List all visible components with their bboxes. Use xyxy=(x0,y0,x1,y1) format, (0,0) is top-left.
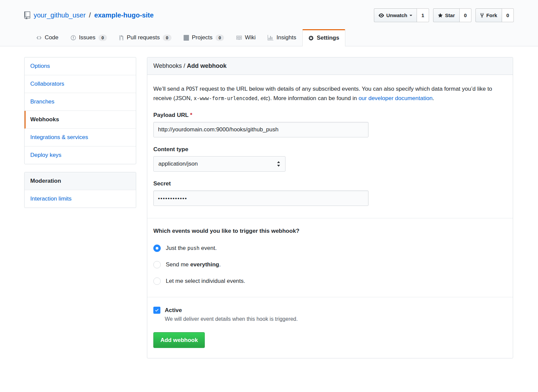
radio-checked-icon[interactable] xyxy=(153,245,161,252)
unwatch-label: Unwatch xyxy=(386,12,408,18)
star-label: Star xyxy=(445,12,455,18)
post-code: POST xyxy=(186,86,198,92)
star-button-group: Star 0 xyxy=(433,8,472,22)
tab-insights[interactable]: Insights xyxy=(262,29,302,46)
gear-icon xyxy=(308,35,314,41)
fork-count[interactable]: 0 xyxy=(502,8,514,22)
sidebar-item-interaction-limits[interactable]: Interaction limits xyxy=(25,190,136,208)
active-label[interactable]: Active xyxy=(165,307,182,314)
fork-button[interactable]: Fork xyxy=(475,8,502,22)
active-setting: Active We will deliver event details whe… xyxy=(153,307,507,322)
section-divider xyxy=(147,218,513,218)
push-code: push xyxy=(187,245,199,251)
eye-icon xyxy=(379,13,384,18)
event-option-label: Let me select individual events. xyxy=(166,278,245,285)
breadcrumb-separator: / xyxy=(184,62,185,69)
code-icon xyxy=(36,35,42,41)
breadcrumb: Webhooks / Add webhook xyxy=(147,57,513,75)
tab-issues[interactable]: Issues 0 xyxy=(65,29,113,46)
sidebar-item-integrations[interactable]: Integrations & services xyxy=(25,129,136,146)
breadcrumb-current: Add webhook xyxy=(187,62,227,69)
section-divider xyxy=(147,297,513,297)
developer-docs-link[interactable]: our developer documentation xyxy=(358,95,432,101)
caret-down-icon xyxy=(410,15,412,17)
webhook-description: We’ll send a POST request to the URL bel… xyxy=(153,84,507,103)
payload-url-input[interactable] xyxy=(153,122,369,137)
add-webhook-button[interactable]: Add webhook xyxy=(153,332,205,348)
wiki-icon xyxy=(236,35,242,41)
tab-counter: 0 xyxy=(216,35,224,41)
pull-request-icon xyxy=(119,35,124,41)
repo-actions: Unwatch 1 Star 0 Fork 0 xyxy=(374,8,514,22)
repo-icon xyxy=(24,11,30,19)
fork-icon xyxy=(480,13,484,18)
sidebar-item-branches[interactable]: Branches xyxy=(25,93,136,111)
event-option-label: Send me everything. xyxy=(166,261,221,268)
tab-label: Code xyxy=(45,34,59,41)
secret-input[interactable] xyxy=(153,190,369,206)
required-asterisk: * xyxy=(190,112,192,118)
page-header: your_github_user / example-hugo-site Unw… xyxy=(0,0,538,46)
content-type-value: application/json xyxy=(158,161,198,167)
repo-owner-link[interactable]: your_github_user xyxy=(34,11,86,19)
tab-pull-requests[interactable]: Pull requests 0 xyxy=(113,29,178,46)
event-option-individual[interactable]: Let me select individual events. xyxy=(153,277,507,285)
event-option-everything[interactable]: Send me everything. xyxy=(153,261,507,268)
tab-label: Insights xyxy=(276,34,296,41)
repo-nav: Code Issues 0 Pull requests 0 Projects 0… xyxy=(0,29,538,46)
content-type-label: Content type xyxy=(153,146,507,153)
checkbox-checked-icon[interactable] xyxy=(153,307,160,314)
moderation-header: Moderation xyxy=(25,172,136,190)
radio-unchecked-icon[interactable] xyxy=(153,261,161,268)
tab-settings[interactable]: Settings xyxy=(302,29,345,46)
select-caret-icon xyxy=(277,161,280,167)
star-count[interactable]: 0 xyxy=(460,8,471,22)
secret-label: Secret xyxy=(153,180,507,187)
watch-button-group: Unwatch 1 xyxy=(374,8,429,22)
insights-icon xyxy=(268,35,273,41)
events-question: Which events would you like to trigger t… xyxy=(153,228,507,234)
watch-count[interactable]: 1 xyxy=(417,8,429,22)
issue-icon xyxy=(71,35,76,41)
projects-icon xyxy=(184,35,189,41)
unwatch-button[interactable]: Unwatch xyxy=(374,8,417,22)
tab-label: Issues xyxy=(79,34,95,41)
sidebar-item-webhooks[interactable]: Webhooks xyxy=(25,111,136,129)
tab-projects[interactable]: Projects 0 xyxy=(178,29,230,46)
payload-url-label: Payload URL * xyxy=(153,112,507,119)
star-icon xyxy=(438,13,443,18)
breadcrumb-parent: Webhooks xyxy=(153,62,182,69)
tab-label: Wiki xyxy=(245,34,256,41)
sidebar-item-deploy-keys[interactable]: Deploy keys xyxy=(25,146,136,164)
webhook-form-box: Webhooks / Add webhook We’ll send a POST… xyxy=(147,57,513,358)
tab-label: Projects xyxy=(192,34,213,41)
tab-label: Settings xyxy=(317,35,339,41)
urlencoded-code: x-www-form-urlencoded xyxy=(194,95,258,101)
radio-unchecked-icon[interactable] xyxy=(153,277,161,285)
tab-counter: 0 xyxy=(99,35,107,41)
moderation-menu: Moderation Interaction limits xyxy=(24,172,136,208)
webhook-form: We’ll send a POST request to the URL bel… xyxy=(147,75,513,358)
repo-title: your_github_user / example-hugo-site xyxy=(24,11,154,19)
fork-label: Fork xyxy=(486,12,497,18)
tab-counter: 0 xyxy=(163,35,171,41)
event-option-label: Just the push event. xyxy=(166,245,217,252)
content-type-select[interactable]: application/json xyxy=(153,156,285,172)
fork-button-group: Fork 0 xyxy=(475,8,514,22)
tab-label: Pull requests xyxy=(127,34,160,41)
settings-sidebar: Options Collaborators Branches Webhooks … xyxy=(24,57,136,208)
repo-name-link[interactable]: example-hugo-site xyxy=(94,11,154,19)
sidebar-item-options[interactable]: Options xyxy=(25,57,136,75)
star-button[interactable]: Star xyxy=(433,8,460,22)
sidebar-item-collaborators[interactable]: Collaborators xyxy=(25,75,136,93)
event-option-just-push[interactable]: Just the push event. xyxy=(153,245,507,252)
settings-content: Options Collaborators Branches Webhooks … xyxy=(0,46,538,372)
repo-separator: / xyxy=(89,11,91,19)
tab-wiki[interactable]: Wiki xyxy=(230,29,262,46)
active-description: We will deliver event details when this … xyxy=(165,316,507,322)
tab-code[interactable]: Code xyxy=(30,29,65,46)
settings-menu: Options Collaborators Branches Webhooks … xyxy=(24,57,136,164)
